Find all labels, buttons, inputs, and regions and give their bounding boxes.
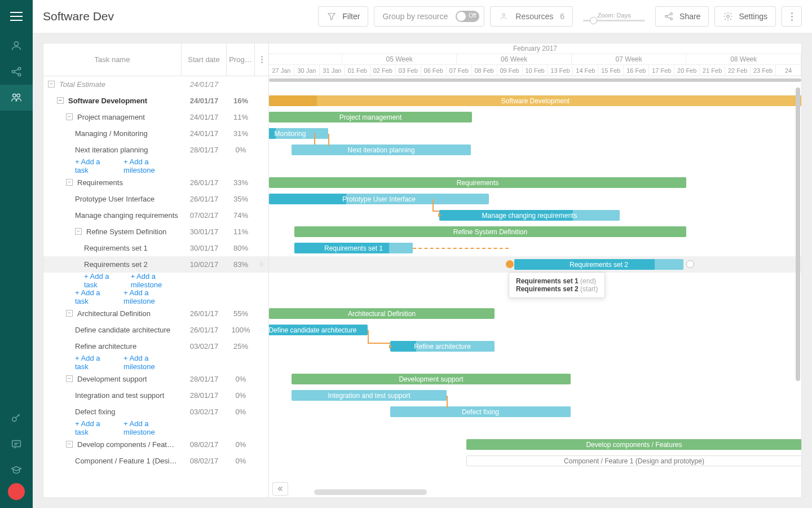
task-row[interactable]: Manage changing requirements07/02/1774% xyxy=(43,207,268,224)
horizontal-scrollbar[interactable] xyxy=(314,489,784,495)
task-row[interactable]: Integration and test support28/01/170% xyxy=(43,387,268,404)
add-milestone-link[interactable]: + Add a milestone xyxy=(123,157,177,174)
gantt-bar[interactable]: Manage changing requirements xyxy=(439,210,620,221)
svg-rect-7 xyxy=(12,441,21,447)
rail-key-icon[interactable] xyxy=(0,405,33,431)
gantt-bar[interactable]: Requirements xyxy=(269,177,686,188)
gantt-bar[interactable]: Define candidate architecture xyxy=(269,325,368,335)
gantt-bar[interactable]: Project management xyxy=(269,112,472,122)
add-task-link[interactable]: + Add a task xyxy=(84,272,120,289)
task-row[interactable]: + Add a task+ Add a milestone xyxy=(43,289,268,305)
zoom-slider[interactable]: Zoom: Days xyxy=(583,12,645,21)
vertical-scrollbar[interactable] xyxy=(795,87,801,475)
task-row[interactable]: + Add a task+ Add a milestone xyxy=(43,354,268,371)
task-row[interactable]: Requirements set 210/02/1783% xyxy=(43,256,268,273)
filter-button[interactable]: Filter xyxy=(318,6,368,27)
add-milestone-link[interactable]: + Add a milestone xyxy=(123,419,177,436)
collapse-toggle[interactable]: − xyxy=(66,375,73,382)
col-start-date[interactable]: Start date xyxy=(182,43,227,76)
add-task-link[interactable]: + Add a task xyxy=(75,288,112,305)
task-row[interactable]: + Add a task+ Add a milestone xyxy=(43,158,268,174)
gantt-bar[interactable]: Refine System Definition xyxy=(294,226,686,237)
task-row[interactable]: Prototype User Interface26/01/1735% xyxy=(43,191,268,207)
collapse-toggle[interactable]: − xyxy=(75,228,82,235)
gantt-bar[interactable] xyxy=(269,95,317,106)
gantt-bar[interactable]: Component / Feature 1 (Design and protot… xyxy=(466,456,801,466)
rail-share-icon[interactable] xyxy=(0,59,33,85)
settings-button[interactable]: Settings xyxy=(714,6,776,27)
collapse-toggle[interactable]: − xyxy=(66,179,73,186)
task-name: Component / Feature 1 (Design and protot… xyxy=(75,457,182,465)
rail-grad-icon[interactable] xyxy=(0,457,33,483)
task-row[interactable]: −Development support28/01/170% xyxy=(43,371,268,387)
gantt-bar[interactable]: Integration and test support xyxy=(292,390,447,401)
gantt-bar[interactable]: Development support xyxy=(292,374,571,384)
gantt-bar[interactable]: Requirements set 2 xyxy=(514,259,683,270)
gantt-bar[interactable]: Software Development xyxy=(269,95,801,106)
add-milestone-link[interactable]: + Add a milestone xyxy=(123,288,177,305)
more-menu-button[interactable] xyxy=(782,6,802,27)
link-start-dot[interactable] xyxy=(506,260,514,268)
link-end-dot[interactable] xyxy=(686,260,694,268)
task-row[interactable]: Next iteration planning28/01/170% xyxy=(43,142,268,158)
task-progress: 0% xyxy=(227,146,255,154)
resources-button[interactable]: Resources 6 xyxy=(490,6,573,27)
task-name: Refine System Definition xyxy=(86,227,182,236)
col-progress[interactable]: Prog… xyxy=(227,43,255,76)
timeline-day: 16 Feb xyxy=(624,65,649,76)
task-row[interactable]: Component / Feature 1 (Design and protot… xyxy=(43,453,268,469)
user-avatar[interactable] xyxy=(8,483,25,500)
gantt-row: Software Development xyxy=(269,93,801,109)
task-row[interactable]: Refine architecture03/02/1725% xyxy=(43,338,268,354)
add-milestone-link[interactable]: + Add a milestone xyxy=(123,354,177,371)
task-row[interactable]: Managing / Monitoring24/01/1731% xyxy=(43,125,268,142)
collapse-toggle[interactable]: − xyxy=(66,113,73,120)
add-task-link[interactable]: + Add a task xyxy=(75,157,112,174)
task-row[interactable]: −Total Estimate24/01/17 xyxy=(43,76,268,93)
gantt-bar[interactable]: Defect fixing xyxy=(390,406,571,417)
gantt-chart[interactable]: Software DevelopmentProject managementMo… xyxy=(269,76,801,497)
task-row[interactable]: −Architectural Definition26/01/1755% xyxy=(43,305,268,322)
col-task-name[interactable]: Task name xyxy=(43,43,182,76)
gantt-bar[interactable]: Prototype User Interface xyxy=(269,194,489,204)
svg-point-12 xyxy=(727,15,730,18)
col-menu-button[interactable] xyxy=(255,56,268,63)
gantt-bar[interactable]: Monitoring xyxy=(269,128,328,139)
task-progress: 0% xyxy=(227,408,255,416)
task-row[interactable]: −Software Development24/01/1716% xyxy=(43,93,268,109)
share-button[interactable]: Share xyxy=(655,6,709,27)
gantt-row: Development support xyxy=(269,371,801,387)
gantt-row xyxy=(269,354,801,371)
task-row[interactable]: −Develop components / Features08/02/170% xyxy=(43,436,268,453)
gantt-bar[interactable]: Architectural Definition xyxy=(269,308,495,319)
task-row[interactable]: + Add a task+ Add a milestone xyxy=(43,273,268,289)
collapse-toggle[interactable]: − xyxy=(57,97,64,104)
rail-team-icon[interactable] xyxy=(0,85,33,111)
add-milestone-link[interactable]: + Add a milestone xyxy=(131,272,182,289)
collapse-toggle[interactable]: − xyxy=(66,310,73,317)
gantt-bar[interactable]: Develop components / Features xyxy=(466,439,801,450)
rail-chat-icon[interactable] xyxy=(0,431,33,457)
task-row[interactable]: Defect fixing03/02/170% xyxy=(43,404,268,420)
gantt-bar[interactable]: Next iteration planning xyxy=(292,144,471,155)
task-name: Requirements set 1 xyxy=(84,244,182,252)
timeline-week: 07 Week xyxy=(572,54,687,64)
menu-icon[interactable] xyxy=(0,0,33,33)
collapse-toggle[interactable]: − xyxy=(66,441,73,448)
task-row[interactable]: Requirements set 130/01/1780% xyxy=(43,240,268,256)
gantt-bar[interactable]: Refine architecture xyxy=(390,341,495,352)
collapse-toggle[interactable]: − xyxy=(48,81,55,87)
task-row[interactable]: −Refine System Definition30/01/1711% xyxy=(43,224,268,240)
add-task-link[interactable]: + Add a task xyxy=(75,419,112,436)
group-by-toggle[interactable]: Off xyxy=(456,11,479,22)
gantt-bar[interactable]: Requirements set 1 xyxy=(294,243,413,253)
task-row[interactable]: + Add a task+ Add a milestone xyxy=(43,420,268,436)
group-by-select[interactable]: Group by resource Off xyxy=(374,6,484,27)
collapse-pane-button[interactable] xyxy=(272,482,288,496)
task-row[interactable]: −Project management24/01/1711% xyxy=(43,109,268,125)
task-row[interactable]: Define candidate architecture26/01/17100… xyxy=(43,322,268,338)
rail-user-icon[interactable] xyxy=(0,33,33,59)
task-row[interactable]: −Requirements26/01/1733% xyxy=(43,174,268,191)
add-task-link[interactable]: + Add a task xyxy=(75,354,112,371)
gear-icon[interactable] xyxy=(258,260,266,268)
